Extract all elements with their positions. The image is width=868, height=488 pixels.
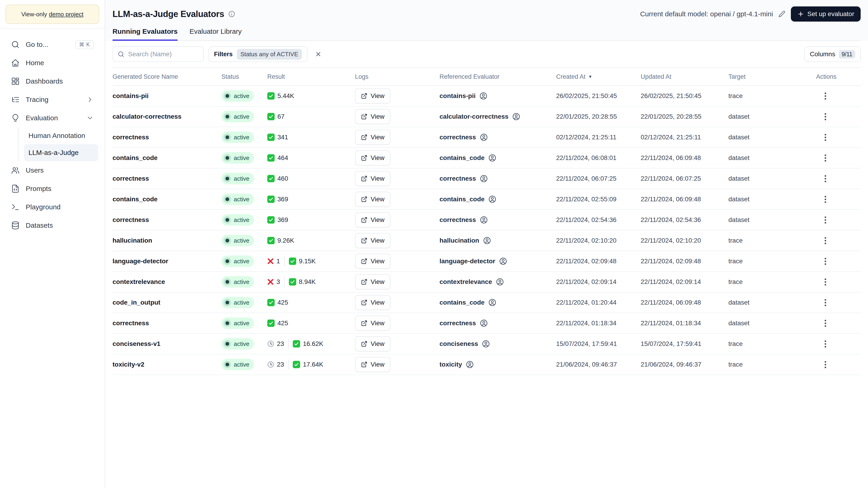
page-title: LLM-as-a-Judge Evaluators (113, 9, 224, 19)
view-logs-button[interactable]: View (355, 254, 391, 269)
col-generated-score-name[interactable]: Generated Score Name (113, 73, 221, 80)
sidebar-item-label: Tracing (26, 96, 49, 103)
created-at: 22/11/2024, 02:55:09 (556, 196, 641, 203)
search-input[interactable] (128, 51, 199, 58)
row-actions-button[interactable] (819, 337, 832, 350)
row-actions-button[interactable] (819, 234, 832, 247)
filters-button[interactable]: Filters Status any of ACTIVE (209, 46, 308, 62)
info-icon[interactable] (228, 10, 235, 18)
referenced-evaluator-name: contains_code (439, 154, 485, 162)
status-badge: active (221, 214, 254, 226)
table-row[interactable]: correctness active 425 View (113, 313, 861, 334)
table-row[interactable]: contains_code active 369 View (113, 189, 861, 210)
view-logs-button[interactable]: View (355, 316, 391, 331)
table-row[interactable]: calculator-correctness active 67 Vi (113, 106, 861, 127)
view-logs-button[interactable]: View (355, 233, 391, 248)
row-actions-button[interactable] (819, 317, 832, 330)
status-dot (224, 320, 231, 327)
result-lead-count: 23 (277, 340, 284, 348)
referenced-evaluator-name: toxicity (439, 361, 462, 368)
row-actions-button[interactable] (819, 193, 832, 206)
view-logs-button[interactable]: View (355, 274, 391, 289)
result-pass: 67 (267, 113, 284, 120)
generated-score-name: hallucination (113, 237, 152, 244)
col-referenced-evaluator[interactable]: Referenced Evaluator (439, 73, 556, 80)
pass-check-icon (267, 154, 275, 162)
set-up-evaluator-button[interactable]: Set up evaluator (791, 6, 861, 22)
status-badge: active (221, 276, 254, 288)
col-logs[interactable]: Logs (355, 73, 439, 80)
table-row[interactable]: contains_code active 464 View (113, 148, 861, 168)
generated-score-name: contains-pii (113, 92, 149, 100)
sidebar-item-llm-as-a-judge[interactable]: LLM-as-a-Judge (24, 144, 98, 161)
demo-project-link[interactable]: demo project (49, 11, 83, 18)
col-updated-at[interactable]: Updated At (641, 73, 728, 80)
sidebar-item-users[interactable]: Users (6, 161, 98, 180)
view-logs-button[interactable]: View (355, 336, 391, 351)
table-row[interactable]: contextrelevance active 3 8.94K (113, 272, 861, 292)
row-actions-button[interactable] (819, 358, 832, 371)
row-actions-button[interactable] (819, 131, 832, 144)
row-actions-button[interactable] (819, 90, 832, 102)
tab-evaluator-library[interactable]: Evaluator Library (189, 28, 242, 41)
table-row[interactable]: language-detector active 1 9.15K (113, 251, 861, 272)
table-row[interactable]: contains-pii active 5.44K View (113, 86, 861, 106)
users-icon (11, 166, 20, 175)
shortcut-badge: ⌘ K (75, 40, 94, 49)
sidebar-item-go-to[interactable]: Go to... ⌘ K (6, 35, 98, 54)
view-logs-button[interactable]: View (355, 171, 391, 186)
view-logs-button[interactable]: View (355, 192, 391, 207)
sidebar-item-datasets[interactable]: Datasets (6, 216, 98, 235)
table-row[interactable]: correctness active 369 View (113, 210, 861, 230)
view-logs-button[interactable]: View (355, 88, 391, 103)
table-row[interactable]: conciseness-v1 active 23 16.62K (113, 334, 861, 354)
columns-button[interactable]: Columns 9/11 (804, 46, 861, 62)
row-actions-button[interactable] (819, 110, 832, 123)
sidebar-item-playground[interactable]: Playground (6, 198, 98, 216)
row-actions-button[interactable] (819, 296, 832, 309)
table-row[interactable]: correctness active 341 View (113, 127, 861, 148)
col-result[interactable]: Result (267, 73, 355, 80)
sidebar-item-evaluation[interactable]: Evaluation (6, 109, 98, 127)
user-circle-icon (480, 133, 488, 141)
row-actions-button[interactable] (819, 214, 832, 226)
col-target[interactable]: Target (728, 73, 816, 80)
view-logs-button[interactable]: View (355, 357, 391, 372)
sidebar-item-human-annotation[interactable]: Human Annotation (24, 127, 98, 144)
table-row[interactable]: toxicity-v2 active 23 17.64K (113, 354, 861, 375)
clear-filters-button[interactable] (313, 49, 323, 60)
pending-clock-icon (267, 340, 274, 347)
result-pass-count: 425 (277, 299, 288, 306)
generated-score-name: code_in_output (113, 299, 160, 306)
view-logs-button[interactable]: View (355, 295, 391, 310)
user-circle-icon (482, 340, 490, 348)
result-pass-count: 369 (277, 216, 288, 224)
table-row[interactable]: hallucination active 9.26K View (113, 230, 861, 251)
table-row[interactable]: correctness active 460 View (113, 168, 861, 189)
generated-score-name: language-detector (113, 258, 168, 265)
view-logs-button[interactable]: View (355, 212, 391, 227)
view-logs-button[interactable]: View (355, 150, 391, 165)
row-actions-button[interactable] (819, 152, 832, 164)
row-actions-button[interactable] (819, 172, 832, 185)
home-icon (11, 59, 20, 67)
result-pass-count: 16.62K (303, 340, 323, 348)
external-link-icon (361, 279, 367, 285)
external-link-icon (361, 258, 367, 264)
col-status[interactable]: Status (221, 73, 267, 80)
status-dot (224, 134, 231, 141)
target: trace (728, 340, 816, 348)
sidebar-item-dashboards[interactable]: Dashboards (6, 72, 98, 91)
sidebar-item-prompts[interactable]: Prompts (6, 180, 98, 198)
row-actions-button[interactable] (819, 275, 832, 288)
view-logs-button[interactable]: View (355, 130, 391, 145)
sidebar-item-home[interactable]: Home (6, 54, 98, 72)
tab-running-evaluators[interactable]: Running Evaluators (113, 28, 178, 41)
view-logs-button[interactable]: View (355, 109, 391, 124)
edit-model-icon[interactable] (778, 10, 785, 18)
sidebar-item-tracing[interactable]: Tracing (6, 91, 98, 109)
row-actions-button[interactable] (819, 255, 832, 268)
col-created-at[interactable]: Created At ▼ (556, 73, 641, 80)
created-at: 22/01/2025, 20:28:55 (556, 113, 641, 120)
table-row[interactable]: code_in_output active 425 View (113, 292, 861, 313)
